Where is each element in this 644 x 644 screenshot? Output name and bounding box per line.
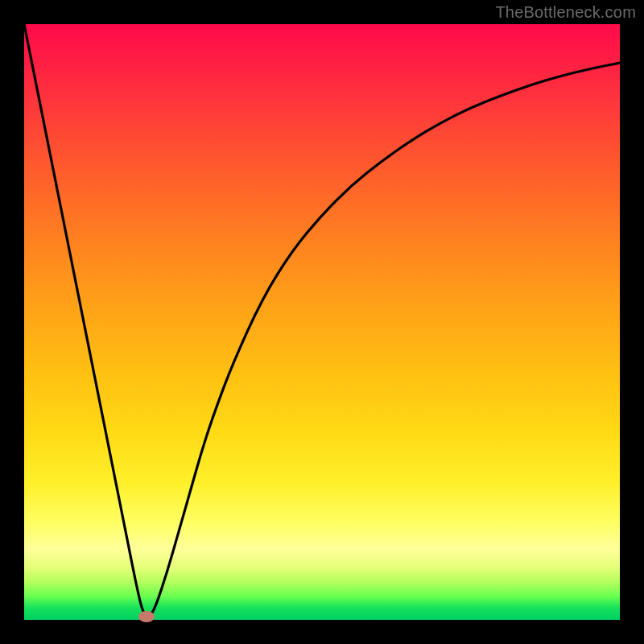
selection-marker xyxy=(138,611,155,622)
bottleneck-curve xyxy=(24,24,620,616)
attribution-label: TheBottleneck.com xyxy=(495,3,636,22)
plot-area xyxy=(24,24,620,620)
curve-layer xyxy=(24,24,620,620)
chart-frame: TheBottleneck.com xyxy=(0,0,644,644)
